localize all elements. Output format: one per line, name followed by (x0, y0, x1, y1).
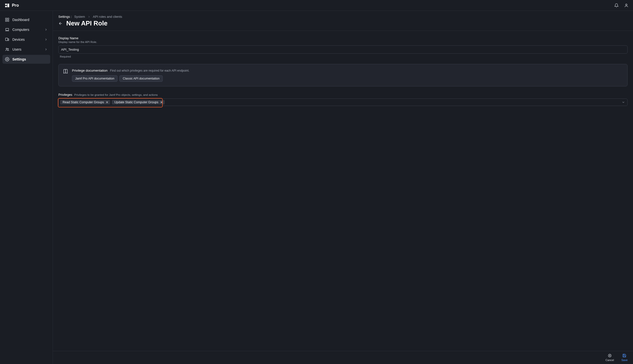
app-header: Pro (0, 0, 633, 11)
chevron-right-icon (44, 38, 48, 41)
account-icon[interactable] (624, 3, 628, 8)
remove-chip-icon[interactable] (160, 100, 163, 104)
privileges-hint: Privileges to be granted for Jamf Pro ob… (74, 93, 158, 96)
content-header: Settings : System API roles and clients … (53, 11, 633, 31)
doc-card-title: Privilege documentation (72, 69, 108, 72)
required-label: Required (58, 55, 627, 58)
notifications-icon[interactable] (614, 3, 619, 8)
privilege-doc-card: Privilege documentation Find out which p… (58, 64, 627, 86)
sidebar-item-devices[interactable]: Devices (3, 35, 50, 44)
privileges-input[interactable]: Read Static Computer Groups Update Stati… (58, 98, 627, 106)
privilege-chip: Read Static Computer Groups (60, 100, 110, 104)
svg-rect-6 (6, 38, 8, 41)
save-icon (622, 354, 626, 358)
gear-icon (5, 57, 10, 62)
book-icon (63, 69, 68, 74)
chevron-right-icon (88, 15, 91, 18)
sidebar-item-settings[interactable]: Settings (3, 55, 50, 64)
sidebar: Dashboard Computers Devices (0, 11, 53, 364)
privileges-section: Privileges Privileges to be granted for … (58, 93, 627, 106)
brand-logo-icon (5, 3, 10, 8)
display-name-hint: Display name for the API Role. (58, 40, 627, 44)
privilege-chip: Update Static Computer Groups (112, 100, 165, 104)
sidebar-item-label: Dashboard (12, 18, 48, 22)
breadcrumb-api-roles[interactable]: API roles and clients (93, 15, 122, 18)
back-button[interactable] (58, 21, 63, 26)
brand: Pro (5, 3, 19, 8)
sidebar-item-label: Settings (12, 57, 48, 61)
cancel-label: Cancel (605, 358, 614, 362)
svg-rect-7 (8, 39, 9, 41)
svg-point-9 (8, 48, 9, 50)
svg-rect-3 (6, 20, 7, 22)
page-title: New API Role (66, 20, 108, 27)
jamf-pro-api-doc-button[interactable]: Jamf Pro API documentation (72, 75, 117, 82)
doc-card-subtitle: Find out which privileges are required f… (110, 69, 189, 72)
footer: Cancel Save (53, 351, 633, 364)
dashboard-icon (5, 18, 10, 22)
breadcrumb: Settings : System API roles and clients (58, 15, 627, 18)
chevron-right-icon (44, 48, 48, 51)
privileges-label: Privileges (58, 93, 72, 96)
svg-rect-5 (6, 28, 9, 30)
sidebar-item-label: Users (12, 48, 41, 51)
svg-rect-4 (8, 20, 9, 22)
save-button[interactable]: Save (621, 354, 627, 362)
remove-chip-icon[interactable] (105, 100, 109, 104)
svg-point-10 (7, 59, 8, 60)
svg-rect-1 (6, 18, 7, 19)
chip-label: Read Static Computer Groups (63, 100, 104, 104)
classic-api-doc-button[interactable]: Classic API documentation (119, 75, 163, 82)
users-icon (5, 47, 10, 52)
sidebar-item-computers[interactable]: Computers (3, 25, 50, 34)
svg-point-0 (625, 4, 627, 6)
header-actions (614, 3, 628, 8)
content-body: Display Name Display name for the API Ro… (53, 31, 633, 351)
sidebar-item-users[interactable]: Users (3, 45, 50, 54)
sidebar-item-dashboard[interactable]: Dashboard (3, 15, 50, 24)
breadcrumb-prefix: Settings : (58, 15, 72, 18)
sidebar-item-label: Computers (12, 28, 41, 32)
svg-rect-2 (8, 18, 9, 19)
cancel-button[interactable]: Cancel (605, 354, 614, 362)
save-label: Save (621, 358, 627, 362)
devices-icon (5, 37, 10, 42)
chevron-right-icon (44, 28, 48, 31)
chip-label: Update Static Computer Groups (114, 100, 158, 104)
laptop-icon (5, 28, 10, 32)
brand-name: Pro (12, 3, 19, 8)
cancel-icon (608, 354, 612, 358)
display-name-input[interactable] (58, 46, 627, 54)
sidebar-item-label: Devices (12, 38, 41, 42)
main-content: Settings : System API roles and clients … (53, 11, 633, 364)
svg-point-8 (6, 48, 8, 50)
display-name-label: Display Name (58, 36, 627, 40)
breadcrumb-system[interactable]: System (74, 15, 85, 18)
chevron-down-icon[interactable] (622, 100, 625, 104)
